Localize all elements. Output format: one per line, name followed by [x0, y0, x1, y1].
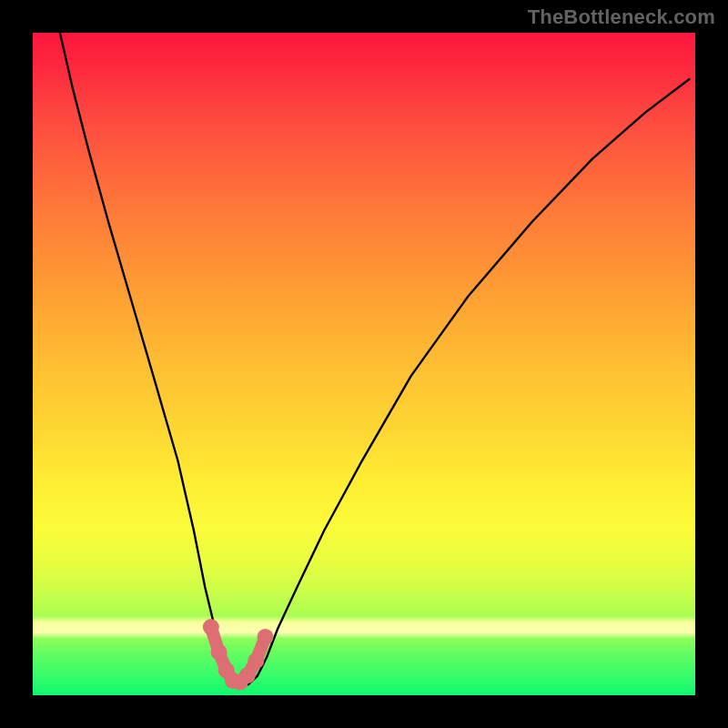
plot-area — [33, 33, 695, 695]
watermark-text: TheBottleneck.com — [528, 5, 715, 29]
marker-dot — [211, 644, 228, 661]
chart-container: TheBottleneck.com — [0, 0, 728, 728]
marker-dot — [239, 667, 256, 683]
marker-dot — [203, 619, 219, 635]
marker-dot — [248, 652, 264, 669]
curve-layer — [33, 33, 695, 695]
bottleneck-curve — [60, 33, 690, 684]
marker-dot — [258, 629, 274, 645]
